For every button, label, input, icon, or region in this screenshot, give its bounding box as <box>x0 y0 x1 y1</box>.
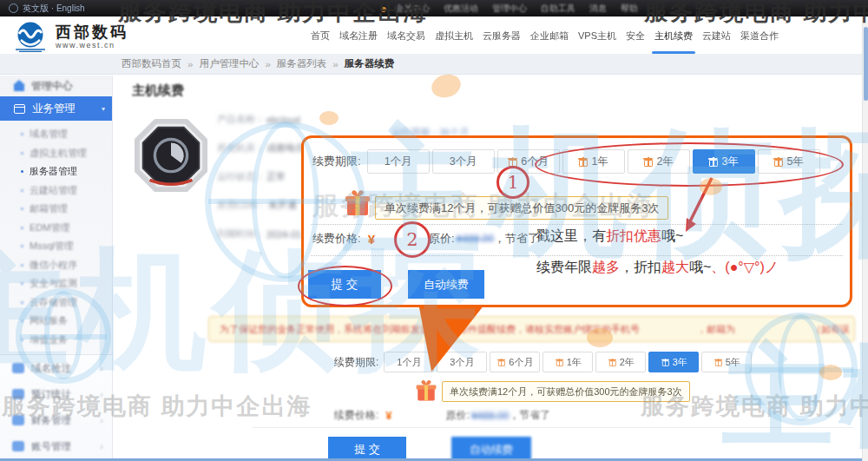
discount-note-line2: 续费年限越多，折扣越大哦~、(●°▽°)ノ <box>536 259 779 277</box>
topbar-menu-item[interactable]: 管理中心 <box>492 3 527 15</box>
period-option-3年[interactable]: 3年 <box>648 352 699 372</box>
topbar-menu-item[interactable]: 优惠活动 <box>444 3 478 15</box>
nav-item[interactable]: 虚拟主机 <box>435 30 473 43</box>
topbar-menu-item[interactable]: 帮助 <box>621 3 638 15</box>
notification-dot-icon <box>381 7 386 12</box>
sidebar-group-label: 域名抢注 <box>31 362 71 375</box>
nav-item[interactable]: 云服务器 <box>483 30 521 43</box>
note-text: 哦~ <box>689 260 711 274</box>
sidebar-subitem[interactable]: Mssql管理 <box>0 237 112 256</box>
info-label: 所用CDN： <box>217 199 266 212</box>
period-option-1个月[interactable]: 1个月 <box>367 149 430 174</box>
info-value: 未开通 <box>268 199 297 212</box>
nav-item[interactable]: 安全 <box>626 30 645 43</box>
sidebar-subitem[interactable]: 邮箱管理 <box>0 200 112 219</box>
topbar-menu-item[interactable]: 消息 <box>589 3 607 15</box>
period-option-5年[interactable]: 5年 <box>701 352 752 372</box>
period-option-3年[interactable]: 3年 <box>693 149 755 174</box>
period-option-1年[interactable]: 1年 <box>562 149 625 174</box>
period-option-label: 1年 <box>567 356 582 369</box>
chevron-right-icon: › <box>100 441 103 451</box>
sidebar-subitem[interactable]: 网站服务 <box>0 312 112 331</box>
top-utility-bar: 英文版 · English 会员中心优惠活动管理中心自助工具消息帮助 <box>0 0 868 16</box>
apps-grid-icon <box>14 104 25 114</box>
sidebar-group-item[interactable]: 域名抢注› <box>0 355 112 381</box>
auto-renew-button[interactable]: 自动续费 <box>408 270 484 299</box>
gift-icon <box>608 358 616 366</box>
gift-icon <box>643 156 653 167</box>
sidebar-group-item[interactable]: 预订统计› <box>0 381 112 407</box>
nav-item[interactable]: 首页 <box>311 30 330 43</box>
annotation-circle-2: 2 <box>394 221 431 258</box>
info-label: 到期时间： <box>217 227 265 240</box>
period-option-label: 2年 <box>656 155 673 169</box>
sidebar-item-management-center[interactable]: 管理中心 <box>0 76 112 96</box>
chevron-down-icon: ▾ <box>102 105 105 113</box>
group-icon <box>12 363 24 373</box>
language-switch[interactable]: 英文版 · English <box>9 3 85 15</box>
page-title: 主机续费 <box>132 82 184 99</box>
server-info-row: 运行状态：正常 <box>217 162 305 191</box>
divider <box>311 255 843 256</box>
logo[interactable]: 西部数码 www.west.cn <box>12 21 128 52</box>
nav-item[interactable]: 域名注册 <box>339 30 378 43</box>
period-options: 1个月3个月6个月1年2年3年5年 <box>367 149 820 174</box>
original-price-value: ¥488.00 <box>457 233 494 245</box>
submit-button[interactable]: 提 交 <box>328 437 406 461</box>
period-row: 续费期限: 1个月3个月6个月1年2年3年5年 <box>312 149 820 174</box>
sidebar-subitem[interactable]: 域名管理 <box>0 125 112 144</box>
gift-icon <box>556 358 563 366</box>
nav-item[interactable]: 云建站 <box>702 30 731 43</box>
breadcrumb-item[interactable]: 用户管理中心 <box>199 57 259 70</box>
brand-url: www.west.cn <box>56 41 128 49</box>
price-row: 续费价格: ¥ 原价: ¥488.00 ，节省了 <box>334 408 550 423</box>
period-option-label: 3个月 <box>450 356 474 369</box>
submit-button[interactable]: 提 交 <box>308 270 381 299</box>
sidebar-group-item[interactable]: 财务管理› <box>0 407 112 433</box>
gift-icon <box>415 379 437 402</box>
sidebar-subitem[interactable]: 云建站管理 <box>0 181 112 201</box>
sidebar-item-business-management[interactable]: 业务管理 ▾ <box>0 96 112 121</box>
period-option-1个月[interactable]: 1个月 <box>384 352 434 372</box>
period-option-5年[interactable]: 5年 <box>758 149 820 174</box>
main-nav: 首页域名注册域名交易虚拟主机云服务器企业邮箱VPS主机安全主机续费云建站渠道合作 <box>311 30 779 43</box>
sidebar-group-item[interactable]: 账号管理› <box>0 433 112 459</box>
sidebar-subitem[interactable]: 云存储管理 <box>0 293 112 313</box>
scrollbar <box>862 16 868 461</box>
discount-note-line1: 戳这里，有折扣优惠哦~ <box>536 227 683 246</box>
nav-item[interactable]: 企业邮箱 <box>530 30 569 43</box>
sidebar-subitem[interactable]: 安全与监测 <box>0 274 112 293</box>
topbar-menu-item[interactable]: 会员中心 <box>395 3 430 15</box>
divider <box>311 224 843 225</box>
auto-renew-button[interactable]: 自动续费 <box>451 437 531 461</box>
nav-item[interactable]: 域名交易 <box>387 30 425 43</box>
highlight-text: 越多 <box>592 260 620 274</box>
sidebar-subitem[interactable]: 服务器管理 <box>0 162 112 181</box>
period-option-3个月[interactable]: 3个月 <box>432 149 495 174</box>
period-option-label: 1个月 <box>385 155 412 169</box>
chevron-right-icon: › <box>100 363 103 373</box>
breadcrumb: 西部数码首页»用户管理中心»服务器列表»服务器续费 <box>0 54 862 75</box>
breadcrumb-item[interactable]: 西部数码首页 <box>122 57 181 70</box>
topbar-menu: 会员中心优惠活动管理中心自助工具消息帮助 <box>395 3 638 15</box>
period-option-6个月[interactable]: 6个月 <box>490 352 540 372</box>
scrollbar-thumb[interactable] <box>864 27 868 101</box>
price-label: 续费价格: <box>334 408 378 423</box>
period-option-2年[interactable]: 2年 <box>595 352 646 372</box>
nav-item[interactable]: 主机续费 <box>654 30 693 43</box>
nav-item[interactable]: 渠道合作 <box>740 30 779 43</box>
sidebar-subitem[interactable]: 增值业务 <box>0 331 112 350</box>
period-option-1年[interactable]: 1年 <box>542 352 593 372</box>
nav-item[interactable]: VPS主机 <box>578 30 616 43</box>
discount-callout: 续费期限: 1个月3个月6个月1年2年3年5年 1 单次续费满12个月，可获赠总… <box>301 135 852 307</box>
period-option-2年[interactable]: 2年 <box>628 149 690 174</box>
sidebar-subitem[interactable]: 微信小程序 <box>0 256 112 275</box>
breadcrumb-item[interactable]: 服务器续费 <box>345 57 395 70</box>
sidebar-subitem[interactable]: 虚拟主机管理 <box>0 144 112 163</box>
sidebar-item-label: 管理中心 <box>31 79 73 94</box>
topbar-menu-item[interactable]: 自助工具 <box>541 3 575 15</box>
sidebar-subitem[interactable]: EDM管理 <box>0 219 112 238</box>
breadcrumb-item[interactable]: 服务器列表 <box>277 57 327 70</box>
period-option-label: 3个月 <box>450 155 477 169</box>
brand-mark-icon <box>12 21 49 52</box>
